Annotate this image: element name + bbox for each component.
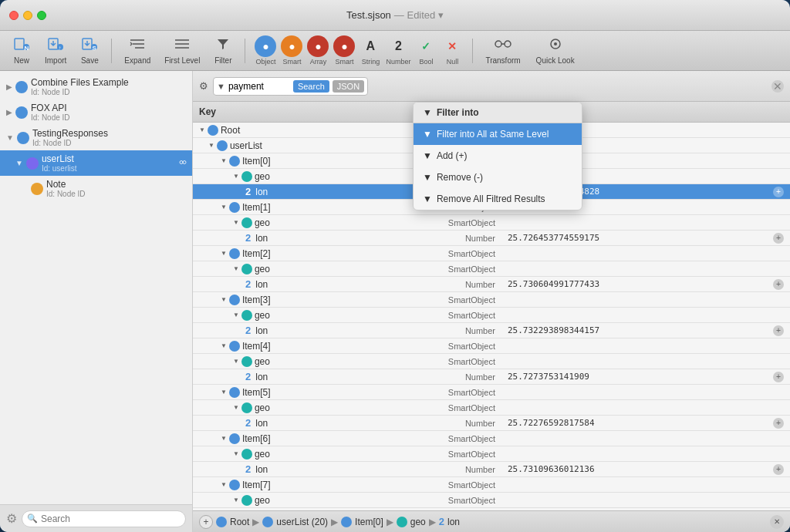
add-value-button[interactable]: + [773,187,784,197]
search-button[interactable]: Search [293,80,329,93]
json-button[interactable]: JSON [333,80,364,93]
table-row[interactable]: 2 lon Number 25.7273753141909 + [193,369,790,385]
key-label: geo [255,171,270,182]
type-icons: ● Object ● Smart ● Array ● Smart A Strin… [255,35,463,66]
table-row[interactable]: ▼ Item[3] SmartObject [193,292,790,308]
value-cell: 25.732293898344157 + [501,325,790,337]
table-row[interactable]: ▼ Item[5] SmartObject [193,385,790,400]
remove-all-item[interactable]: ▼ Remove All Filtred Results [414,188,582,210]
close-status-button[interactable]: ✕ [770,515,784,529]
maximize-button[interactable] [37,11,46,20]
sidebar-item-combine[interactable]: ▶ Combine Files Example Id: Node ID [0,74,192,99]
table-row[interactable]: ▼ geo SmartObject [193,493,790,508]
key-label: Item[4] [242,341,271,352]
sidebar-item-testing[interactable]: ▼ TestingResponses Id: Node ID [0,125,192,150]
add-icon: ▼ [423,150,432,161]
menu-header: ▼ Filter into [414,103,582,123]
add-value-button[interactable]: + [773,464,784,475]
save-label: Save [81,56,99,65]
table-row[interactable]: 2 lon Number 25.732293898344157 + [193,323,790,338]
number-type-btn[interactable]: 2 Number [386,35,410,66]
table-row[interactable]: 2 lon Number 25.72276592817584 + [193,416,790,431]
add-node-button[interactable]: + [199,515,213,529]
table-row[interactable]: 2 lon Number 25.73109636012136 + [193,462,790,477]
table-row[interactable]: ▼ Item[4] SmartObject [193,338,790,354]
combine-label: Combine Files Example [31,77,129,88]
add-value-button[interactable]: + [773,372,784,382]
add-item[interactable]: ▼ Add (+) [414,145,582,167]
number-icon: 2 [245,510,251,510]
sidebar-item-fox[interactable]: ▶ FOX API Id: Node ID [0,99,192,125]
minimize-button[interactable] [23,11,32,20]
new-label: New [14,56,29,65]
svg-point-20 [180,160,183,163]
table-row[interactable]: 2 lon Number 25.726453774559175 + [193,231,790,246]
table-row[interactable]: ▼ geo SmartObject [193,215,790,231]
close-button[interactable] [9,11,19,20]
add-value-button[interactable]: + [773,233,784,244]
smart2-type-btn[interactable]: ● Smart [333,35,355,66]
type-cell: SmartObject [409,341,501,352]
filter-close-button[interactable]: ✕ [771,80,784,93]
add-value-button[interactable]: + [773,325,784,336]
first-level-button[interactable]: First Level [158,34,206,68]
bool-type-btn[interactable]: ✓ Bool [415,35,437,66]
table-row[interactable]: ▼ geo SmartObject [193,400,790,416]
table-row[interactable]: 2 lon Number 25.730604991777433 + [193,277,790,292]
table-row[interactable]: 2 lon Number 25.72820859626977 + [193,508,790,510]
settings-icon[interactable]: ⚙ [6,511,17,526]
smart-type-label: Smart [282,58,301,66]
new-icon: N [13,37,30,55]
string-type-btn[interactable]: A String [360,35,381,66]
key-cell: ▼ geo [193,217,409,229]
object-type-btn[interactable]: ● Object [255,35,276,66]
save-button[interactable]: S Save [74,34,105,68]
bc-arrow3: ▶ [387,517,393,527]
bc-userlist-icon [262,517,273,527]
filter-button[interactable]: Filter [208,34,238,68]
add-value-button[interactable]: + [773,510,784,511]
null-type-btn[interactable]: ✕ Null [441,35,463,66]
testing-icon [17,132,29,144]
sidebar-item-note[interactable]: Note Id: Node ID [0,176,192,201]
arrow-icon4: ▼ [15,159,23,167]
key-cell: ▼ userList [193,140,409,152]
table-row[interactable]: ▼ Item[7] SmartObject [193,477,790,493]
import-button[interactable]: ↑ Import [39,34,73,68]
table-row[interactable]: ▼ geo SmartObject [193,308,790,323]
add-value-button[interactable]: + [773,418,784,429]
table-row[interactable]: ▼ Item[2] SmartObject [193,246,790,261]
expand-icon: ▼ [233,311,239,318]
transform-button[interactable]: Transform [479,34,526,68]
key-label: Item[5] [242,387,271,398]
expand-icon: ▼ [233,358,239,365]
expand-icon: ▼ [208,142,214,149]
type-cell: SmartObject [409,402,501,413]
array-type-btn[interactable]: ● Array [307,35,329,66]
search-input[interactable] [22,510,186,527]
smart-type-btn[interactable]: ● Smart [281,35,302,66]
add-value-button[interactable]: + [773,279,784,290]
table-row[interactable]: ▼ geo SmartObject [193,354,790,369]
key-label: lon [255,418,268,429]
bc-userlist: userList (20) [276,517,328,527]
filter-input[interactable] [228,81,290,92]
filter-all-same-level-item[interactable]: ▼ Filter into All at Same Level [414,123,582,145]
row-icon [229,202,240,213]
table-row[interactable]: ▼ Item[6] SmartObject [193,431,790,446]
row-icon [241,495,252,506]
table-row[interactable]: ▼ geo SmartObject [193,446,790,462]
new-button[interactable]: N New [6,34,37,68]
remove-item[interactable]: ▼ Remove (-) [414,167,582,188]
quick-look-button[interactable]: Quick Look [530,34,581,68]
expand-button[interactable]: Expand [118,34,157,68]
traffic-lights [9,11,46,20]
row-icon [229,248,240,259]
sidebar-item-userlist[interactable]: ▼ userList Id: userlist [0,150,192,176]
row-icon [229,156,240,167]
settings-icon2[interactable]: ⚙ [199,80,208,92]
svg-point-21 [183,160,186,163]
table-row[interactable]: ▼ geo SmartObject [193,261,790,277]
key-label: Item[3] [242,295,271,305]
bc-item-icon [341,517,352,527]
